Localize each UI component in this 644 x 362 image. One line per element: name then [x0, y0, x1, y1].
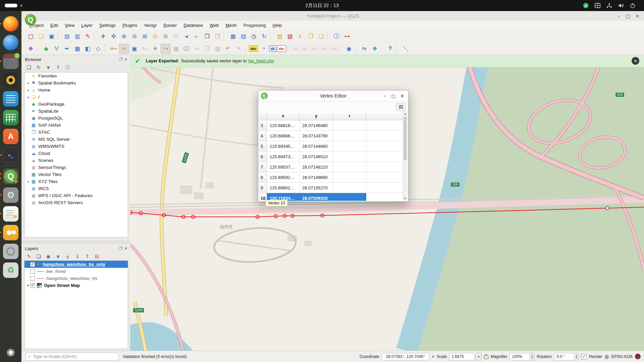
maximize-button[interactable]: ▢ [391, 94, 395, 99]
browser-item[interactable]: ≋ MS SQL Server [24, 136, 128, 143]
menu-database[interactable]: Database [180, 21, 206, 29]
dock-settings[interactable]: ⚙ [3, 187, 18, 203]
expand-caret-icon[interactable]: ▸ [26, 95, 31, 99]
separator[interactable] [327, 32, 330, 40]
system-clock[interactable]: 2月11日 22：13 [0, 0, 644, 11]
float-panel-icon[interactable]: ❐ [119, 57, 122, 62]
refresh-map-button[interactable]: ↻ [259, 32, 269, 41]
menu-edit[interactable]: Edit [47, 21, 61, 29]
copy-features-button[interactable]: ❐ [306, 32, 316, 41]
minimize-button[interactable]: − [618, 13, 620, 19]
separator[interactable] [381, 45, 384, 53]
browser-item[interactable]: ◉ PostgreSQL [24, 115, 128, 122]
panel-menu-button[interactable] [396, 103, 406, 111]
save-layer-edits-button[interactable]: ▣ [129, 44, 139, 54]
menu-mesh[interactable]: Mesh [222, 21, 240, 29]
expand-all-icon[interactable]: ⇓ [74, 253, 81, 259]
zoom-to-layer-button[interactable]: ⊙ [161, 32, 170, 41]
current-edits-button[interactable]: ✏ [109, 44, 118, 54]
vertex-table-scrollbar[interactable]: ▲ ▼ [402, 111, 408, 201]
layer-diagram-button[interactable]: ◔ [259, 44, 268, 54]
maximize-button[interactable]: ▢ [626, 13, 630, 19]
dock-disks[interactable] [3, 244, 18, 259]
volume-icon[interactable] [618, 3, 624, 8]
pan-map-button[interactable]: ✛ [98, 32, 108, 41]
vertex-row[interactable]: 7 120.69537… 28.07148210 [259, 162, 403, 172]
open-project-button[interactable]: ❏ [36, 32, 46, 41]
move-label-button[interactable]: ab [292, 45, 299, 52]
layer-item[interactable]: hw_fixed [24, 268, 128, 275]
new-virtual-layer-button[interactable]: ◧ [83, 44, 93, 54]
column-r[interactable]: r [333, 111, 366, 120]
layer-visibility-checkbox[interactable] [30, 262, 35, 267]
collapse-all-icon[interactable]: ⇑ [55, 64, 61, 70]
temporal-controller-button[interactable]: ◷ [249, 32, 259, 41]
new-print-layout-button[interactable]: ▤ [62, 32, 72, 41]
close-button[interactable]: ✕ [400, 94, 404, 99]
delete-selected-button[interactable]: ⌧ [181, 44, 191, 54]
column-y[interactable]: y [300, 111, 333, 120]
check-geometries-button[interactable]: ⋱ [401, 44, 411, 54]
power-icon[interactable] [630, 3, 635, 8]
browser-item[interactable]: ▲ Scenes [24, 157, 128, 164]
deselect-features-button[interactable]: ▧ [285, 32, 295, 41]
coordinate-value[interactable]: 28.07391°, 120.7045° [382, 353, 429, 360]
new-3d-map-view-button[interactable]: ❒ [213, 32, 222, 41]
copy-features-edit-button[interactable]: ❐ [202, 44, 212, 54]
extents-toggle-icon[interactable]: ⌖ [432, 354, 434, 360]
close-panel-icon[interactable]: ✕ [124, 57, 127, 62]
show-hide-labels-button[interactable]: abc [300, 45, 309, 52]
add-selected-layers-icon[interactable]: ❏ [25, 64, 32, 70]
browser-item[interactable]: ◍ ArcGIS REST Servers [24, 199, 128, 206]
menu-layer[interactable]: Layer [78, 21, 96, 29]
menu-plugins[interactable]: Plugins [119, 21, 141, 29]
select-features-button[interactable]: ▧ [275, 32, 284, 41]
pin-labels-button[interactable]: ab [269, 45, 276, 52]
separator[interactable] [94, 32, 97, 40]
update-success-icon[interactable] [583, 3, 589, 8]
paste-features-button[interactable]: ❏ [316, 32, 326, 41]
browser-item[interactable]: ▦ Vector Tiles [24, 171, 128, 178]
separator[interactable] [58, 32, 61, 40]
dock-terminal[interactable]: >_ [3, 147, 18, 163]
new-shapefile-layer-button[interactable]: V [52, 44, 61, 54]
layer-visibility-checkbox[interactable] [30, 283, 35, 288]
browser-item[interactable]: ◍ WFS / OGC API - Features [24, 192, 128, 199]
zoom-native-button[interactable]: 1:1 [171, 32, 181, 41]
menu-processing[interactable]: Processing [240, 21, 269, 29]
separator[interactable] [104, 45, 107, 53]
vertex-row[interactable]: 8 120.69592… 28.07149690 [259, 172, 403, 183]
zoom-next-button[interactable]: ▸ [192, 32, 202, 41]
change-label-button[interactable]: abc [329, 45, 338, 52]
scale-dropdown-icon[interactable]: ▾ [476, 353, 482, 361]
scrollbar-thumb[interactable] [404, 117, 407, 160]
rotation-spinbox[interactable]: 0.0 °▲▼ [554, 353, 579, 360]
scroll-up-icon[interactable]: ▲ [403, 111, 408, 116]
refresh-icon[interactable]: ↻ [35, 64, 42, 70]
zoom-to-selection-button[interactable]: ⊙ [150, 32, 160, 41]
browser-item[interactable]: ☁ Cloud [24, 150, 128, 157]
separator[interactable] [340, 45, 343, 53]
vertex-editor-title-bar[interactable]: Q Vertex Editor − ▢ ✕ [258, 90, 408, 102]
data-source-manager-button[interactable]: ❖ [26, 44, 36, 54]
locator-search-input[interactable]: ⌕ Type to locate (Ctrl+K) [25, 353, 119, 361]
zoom-in-button[interactable]: ⊕ [119, 32, 129, 41]
paste-features-edit-button[interactable]: ▨ [213, 44, 222, 54]
menu-help[interactable]: Help [269, 21, 285, 29]
column-x[interactable]: x [267, 111, 300, 120]
close-panel-icon[interactable]: ✕ [124, 246, 127, 251]
menu-vector[interactable]: Vector [141, 21, 160, 29]
manage-visibility-icon[interactable]: ◉ [45, 253, 52, 259]
pan-to-selection-button[interactable]: ✜ [109, 32, 118, 41]
collapse-all-layers-icon[interactable]: ⇑ [84, 253, 91, 259]
layer-labeling-button[interactable]: abc [249, 45, 258, 52]
expand-caret-icon[interactable]: ▸ [26, 180, 31, 183]
highlight-labels-button[interactable]: abc [277, 45, 286, 52]
vertex-row[interactable]: 6 120.69473… 28.07146510 [259, 152, 403, 162]
layer-item[interactable]: hangzhou_wenzhou_hs [24, 275, 128, 282]
browser-item[interactable]: ▸ ❏ / [24, 94, 128, 101]
dock-document-viewer[interactable] [3, 91, 18, 107]
zoom-last-button[interactable]: ◂ [181, 32, 191, 41]
dock-trash[interactable]: ♻ [3, 262, 18, 278]
filter-legend-icon[interactable]: ▼ [55, 253, 61, 259]
